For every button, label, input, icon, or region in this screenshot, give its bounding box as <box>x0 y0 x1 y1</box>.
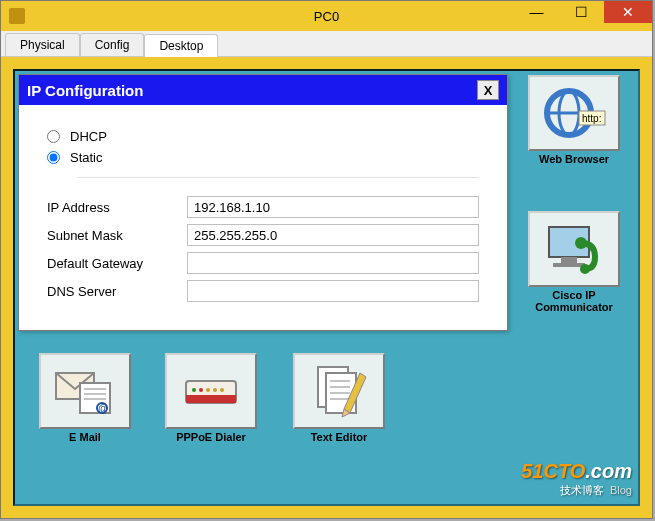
maximize-button[interactable]: ☐ <box>559 1 604 23</box>
svg-rect-6 <box>561 257 577 263</box>
email-icon: @ <box>39 353 131 429</box>
svg-point-22 <box>213 388 217 392</box>
dialog-titlebar: IP Configuration X <box>19 75 507 105</box>
app-label: Web Browser <box>524 153 624 165</box>
app-label: E Mail <box>35 431 135 443</box>
default-gateway-row: Default Gateway <box>47 252 479 274</box>
tab-desktop[interactable]: Desktop <box>144 34 218 57</box>
desktop-panel: http: Web Browser Cisco IP Comm <box>13 69 640 506</box>
cisco-ip-icon <box>528 211 620 287</box>
dns-server-label: DNS Server <box>47 284 187 299</box>
subnet-mask-row: Subnet Mask <box>47 224 479 246</box>
ip-address-label: IP Address <box>47 200 187 215</box>
titlebar: PC0 — ☐ ✕ <box>1 1 652 31</box>
app-email[interactable]: @ E Mail <box>35 353 135 443</box>
svg-point-21 <box>206 388 210 392</box>
svg-point-9 <box>580 264 590 274</box>
web-browser-icon: http: <box>528 75 620 151</box>
ip-address-input[interactable] <box>187 196 479 218</box>
pppoe-icon <box>165 353 257 429</box>
svg-rect-18 <box>186 395 236 403</box>
app-label: Text Editor <box>289 431 389 443</box>
tabs: Physical Config Desktop <box>1 31 652 57</box>
app-web-browser[interactable]: http: Web Browser <box>524 75 624 165</box>
window-title: PC0 <box>314 9 339 24</box>
svg-point-8 <box>575 237 587 249</box>
text-editor-icon <box>293 353 385 429</box>
dhcp-label: DHCP <box>70 129 107 144</box>
close-button[interactable]: ✕ <box>604 1 652 23</box>
dns-server-input[interactable] <box>187 280 479 302</box>
dialog-title: IP Configuration <box>27 82 477 99</box>
default-gateway-input[interactable] <box>187 252 479 274</box>
tab-config[interactable]: Config <box>80 33 145 56</box>
svg-rect-7 <box>553 263 585 267</box>
app-icon <box>9 8 25 24</box>
watermark-sub: 技术博客Blog <box>521 483 632 498</box>
tab-physical[interactable]: Physical <box>5 33 80 56</box>
static-label: Static <box>70 150 103 165</box>
dhcp-radio[interactable] <box>47 130 60 143</box>
svg-text:@: @ <box>98 403 108 414</box>
dhcp-radio-row[interactable]: DHCP <box>47 129 479 144</box>
ip-configuration-dialog: IP Configuration X DHCP Static IP Addres… <box>18 74 508 331</box>
svg-point-23 <box>220 388 224 392</box>
svg-point-20 <box>199 388 203 392</box>
app-pppoe-dialer[interactable]: PPPoE Dialer <box>161 353 261 443</box>
minimize-button[interactable]: — <box>514 1 559 23</box>
svg-point-19 <box>192 388 196 392</box>
subnet-mask-input[interactable] <box>187 224 479 246</box>
dialog-close-button[interactable]: X <box>477 80 499 100</box>
watermark: 51CTO.com 技术博客Blog <box>521 460 632 498</box>
svg-text:http:: http: <box>582 113 601 124</box>
app-label: PPPoE Dialer <box>161 431 261 443</box>
default-gateway-label: Default Gateway <box>47 256 187 271</box>
app-text-editor[interactable]: Text Editor <box>289 353 389 443</box>
app-window: PC0 — ☐ ✕ Physical Config Desktop http: <box>0 0 653 519</box>
dns-server-row: DNS Server <box>47 280 479 302</box>
watermark-brand: 51CTO.com <box>521 460 632 483</box>
subnet-mask-label: Subnet Mask <box>47 228 187 243</box>
static-radio-row[interactable]: Static <box>47 150 479 165</box>
divider <box>77 177 479 178</box>
window-controls: — ☐ ✕ <box>514 1 652 31</box>
static-radio[interactable] <box>47 151 60 164</box>
content-area: http: Web Browser Cisco IP Comm <box>1 57 652 518</box>
app-label: Cisco IP Communicator <box>524 289 624 313</box>
ip-address-row: IP Address <box>47 196 479 218</box>
dialog-body: DHCP Static IP Address Subnet Mask <box>19 105 507 330</box>
app-cisco-ip-communicator[interactable]: Cisco IP Communicator <box>524 211 624 313</box>
